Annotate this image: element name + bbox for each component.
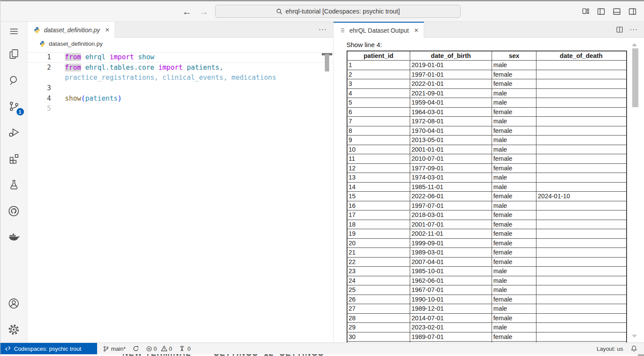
scroll-up-arrow-icon[interactable] [632, 43, 637, 46]
explorer-button[interactable] [0, 41, 27, 67]
table-cell [536, 220, 627, 229]
code-line[interactable]: 3 [27, 83, 333, 94]
table-header-row: patient_iddate_of_birthsexdate_of_death [347, 51, 627, 61]
code-line[interactable]: 4show(patients) [27, 94, 333, 104]
ports-count: 0 [187, 346, 190, 352]
editor-scrollbar-thumb[interactable] [325, 54, 329, 71]
command-center[interactable]: ehrql-tutorial [Codespaces: psychic trou… [215, 5, 461, 18]
table-cell: 1997-07-01 [410, 201, 492, 210]
more-actions-icon[interactable]: ··· [319, 26, 327, 34]
table-cell [536, 154, 627, 164]
gear-icon [7, 323, 20, 336]
extensions-button[interactable] [0, 146, 27, 172]
tab-close-icon[interactable]: × [105, 26, 109, 34]
problems-indicator[interactable]: 0 0 [146, 345, 172, 352]
git-branch-icon [103, 346, 109, 352]
forward-arrow-icon[interactable]: → [199, 7, 209, 16]
code-line[interactable]: 1from ehrql import show [27, 52, 333, 63]
code-editor[interactable]: 1from ehrql import show2from ehrql.table… [27, 49, 333, 342]
table-cell [536, 182, 627, 192]
code-line[interactable]: 2from ehrql.tables.core import patients, [27, 63, 333, 73]
breadcrumb[interactable]: dataset_definition.py [27, 38, 333, 49]
settings-button[interactable] [0, 316, 27, 342]
table-row: 251967-07-01male [347, 285, 627, 295]
explorer-files-icon [8, 48, 20, 60]
more-actions-icon[interactable]: ··· [630, 26, 638, 34]
table-cell: female [492, 126, 536, 136]
table-row: 182001-07-01female [347, 220, 627, 229]
table-cell: male [492, 145, 536, 154]
table-cell: 12 [347, 163, 410, 173]
table-cell: female [492, 295, 536, 304]
split-editor-icon[interactable] [616, 26, 624, 34]
remote-label: Codespaces: psychic trout [14, 346, 81, 352]
tab-ehrql-dataset-output[interactable]: ehrQL Dataset Output × [334, 22, 424, 38]
table-row: 102001-01-01male [347, 145, 627, 154]
table-cell [536, 342, 627, 343]
table-cell: female [492, 210, 536, 220]
table-cell: male [492, 173, 536, 183]
table-cell [536, 88, 627, 98]
remote-icon [5, 346, 11, 352]
table-cell: male [492, 342, 536, 343]
table-row: 32022-01-01female [347, 79, 627, 89]
sync-button[interactable] [132, 345, 139, 352]
layout-indicator[interactable]: Layout: us [597, 346, 623, 352]
table-cell [536, 173, 627, 183]
remote-indicator[interactable]: Codespaces: psychic trout [0, 343, 97, 354]
search-icon [276, 8, 283, 15]
panel-scrollbar-thumb[interactable] [632, 48, 638, 107]
accounts-button[interactable] [0, 290, 27, 316]
github-button[interactable] [0, 198, 27, 224]
table-cell: 1977-09-01 [410, 163, 492, 173]
bell-icon[interactable] [631, 345, 637, 352]
code-text: practice_registrations, clinical_events,… [51, 73, 276, 83]
branch-indicator[interactable]: main* [103, 346, 126, 352]
code-text [51, 83, 65, 94]
table-row: 201999-09-01female [347, 238, 627, 248]
table-cell [536, 276, 627, 285]
table-cell: 27 [347, 304, 410, 314]
python-file-icon [34, 27, 40, 34]
menu-button[interactable] [0, 22, 27, 41]
run-debug-button[interactable] [0, 119, 27, 146]
output-tab-bar: ehrQL Dataset Output × ··· [334, 22, 644, 38]
table-cell: 2022-06-01 [410, 192, 492, 201]
table-row: 141985-11-01male [347, 182, 627, 192]
back-arrow-icon[interactable]: ← [182, 7, 192, 16]
toggle-secondary-sidebar-icon[interactable] [628, 7, 637, 16]
docker-button[interactable] [0, 224, 27, 250]
toggle-primary-sidebar-icon[interactable] [597, 7, 606, 16]
code-line[interactable]: 5 [27, 104, 333, 114]
table-cell: 17 [347, 210, 410, 220]
branch-label: main* [111, 346, 126, 352]
table-row: 192002-11-01female [347, 229, 627, 239]
customize-layout-icon[interactable] [581, 7, 590, 16]
table-cell: 2002-11-01 [410, 229, 492, 239]
table-row: 42021-09-01male [347, 88, 627, 98]
table-cell [536, 295, 627, 304]
table-cell: male [492, 201, 536, 210]
output-preview-icon [340, 27, 346, 34]
table-row: 161997-07-01male [347, 201, 627, 210]
table-cell: male [492, 182, 536, 192]
code-line[interactable]: practice_registrations, clinical_events,… [27, 73, 333, 83]
source-control-button[interactable]: 1 [0, 93, 27, 119]
table-cell: 2001-07-01 [410, 220, 492, 229]
search-button[interactable] [0, 67, 27, 93]
table-cell: male [492, 117, 536, 126]
table-cell: female [492, 238, 536, 248]
testing-button[interactable] [0, 172, 27, 198]
table-cell: 1989-12-01 [410, 304, 492, 314]
ports-indicator[interactable]: 0 [179, 345, 190, 352]
table-cell [536, 304, 627, 314]
editor-tab-actions: ··· [319, 22, 327, 37]
table-cell: 11 [347, 154, 410, 164]
toggle-panel-icon[interactable] [612, 7, 621, 16]
tab-close-icon[interactable]: × [414, 27, 418, 34]
table-row: 152022-06-01female2024-01-10 [347, 192, 627, 201]
table-cell [536, 145, 627, 154]
tab-dataset-definition[interactable]: dataset_definition.py × [27, 22, 115, 38]
line-number: 3 [27, 83, 51, 94]
scroll-down-arrow-icon[interactable] [632, 335, 637, 338]
